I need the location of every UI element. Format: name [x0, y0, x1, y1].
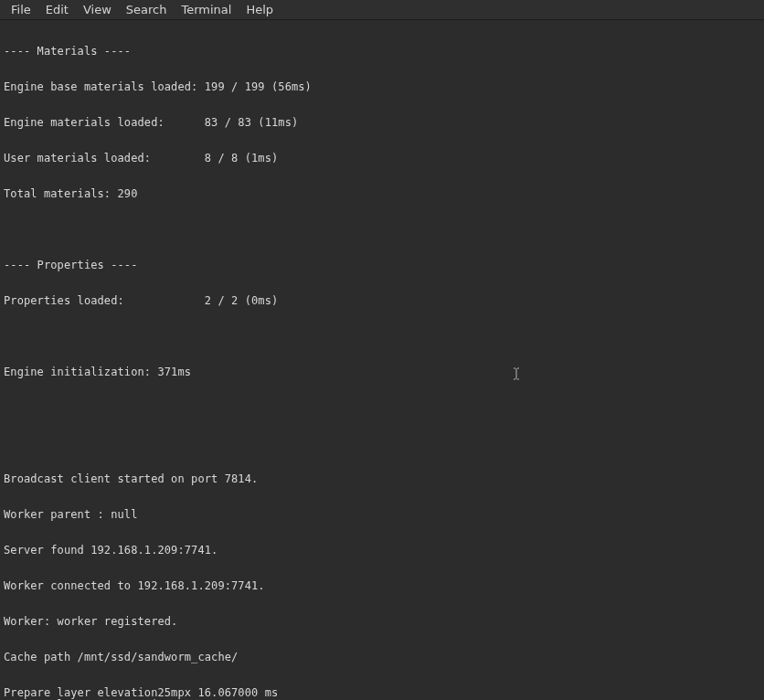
- menu-file[interactable]: File: [4, 1, 38, 18]
- menu-view[interactable]: View: [76, 1, 119, 18]
- menu-edit[interactable]: Edit: [38, 1, 76, 18]
- output-line: Cache path /mnt/ssd/sandworm_cache/: [4, 652, 760, 663]
- output-line: Total materials: 290: [4, 188, 760, 200]
- output-line: ---- Properties ----: [4, 260, 760, 271]
- output-line: ---- Materials ----: [4, 46, 760, 58]
- output-line: Engine initialization: 371ms: [4, 366, 760, 378]
- output-line: [4, 438, 760, 450]
- menu-help[interactable]: Help: [239, 1, 281, 18]
- output-line: Worker connected to 192.168.1.209:7741.: [4, 580, 760, 592]
- output-line: Properties loaded: 2 / 2 (0ms): [4, 295, 760, 307]
- output-line: Broadcast client started on port 7814.: [4, 473, 760, 485]
- output-line: [4, 331, 760, 343]
- output-line: Engine materials loaded: 83 / 83 (11ms): [4, 117, 760, 129]
- output-line: Worker: worker registered.: [4, 616, 760, 628]
- menu-terminal[interactable]: Terminal: [174, 1, 239, 18]
- output-line: [4, 402, 760, 414]
- output-line: Engine base materials loaded: 199 / 199 …: [4, 81, 760, 93]
- menu-search[interactable]: Search: [119, 1, 175, 18]
- output-line: [4, 224, 760, 236]
- output-line: User materials loaded: 8 / 8 (1ms): [4, 153, 760, 164]
- terminal-output[interactable]: ---- Materials ---- Engine base material…: [0, 20, 764, 700]
- output-line: Worker parent : null: [4, 509, 760, 521]
- menubar: File Edit View Search Terminal Help: [0, 0, 764, 20]
- output-line: Server found 192.168.1.209:7741.: [4, 545, 760, 557]
